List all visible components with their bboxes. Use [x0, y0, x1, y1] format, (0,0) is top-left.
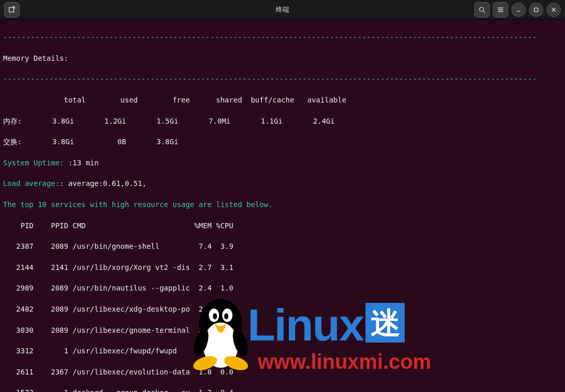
uptime-line: System Uptime: :13 min: [3, 158, 562, 168]
window-title: 终端: [276, 5, 289, 14]
divider: ----------------------------------------…: [3, 32, 562, 42]
uptime-value: :13 min: [68, 159, 98, 167]
process-row: 2482 2089 /usr/libexec/xdg-desktop-po 2.…: [3, 304, 562, 314]
loadavg-line: Load average:: average:0.61,0.51,: [3, 178, 562, 189]
uptime-label: System Uptime:: [3, 159, 68, 167]
memory-row: 内存: 3.8Gi 1.2Gi 1.5Gi 7.0Mi 1.1Gi 2.4Gi: [3, 116, 562, 126]
divider: ----------------------------------------…: [3, 74, 562, 84]
process-row: 2611 2367 /usr/libexec/evolution-data 1.…: [3, 367, 562, 377]
loadavg-value: : average:0.61,0.51,: [60, 179, 147, 188]
top10-header: The top 10 services with high resource u…: [3, 199, 562, 210]
svg-rect-2: [535, 8, 538, 11]
maximize-button[interactable]: [529, 3, 543, 17]
section-header-memory: Memory Details:: [3, 53, 562, 63]
process-row: 2387 2089 /usr/bin/gnome-shell 7.4 3.9: [3, 241, 562, 251]
memory-header: total used free shared buff/cache availa…: [3, 95, 562, 105]
process-row: 3312 1 /usr/libexec/fwupd/fwupd 1.8 1.4: [3, 346, 562, 356]
new-tab-button[interactable]: [4, 2, 20, 18]
process-row: 1573 1 dockerd --group docker --ex 1.7 0…: [3, 387, 562, 392]
window-titlebar: 终端: [0, 0, 565, 20]
menu-button[interactable]: [493, 2, 508, 18]
swap-row: 交换: 3.8Gi 0B 3.8Gi: [3, 137, 562, 147]
close-button[interactable]: [546, 3, 561, 17]
svg-rect-0: [9, 7, 14, 12]
loadavg-label: Load average:: [3, 179, 60, 188]
process-row: 2144 2141 /usr/lib/xorg/Xorg vt2 -dis 2.…: [3, 262, 562, 272]
process-header: PID PPID CMD %MEM %CPU: [3, 220, 562, 231]
svg-point-1: [479, 7, 484, 11]
minimize-button[interactable]: [511, 3, 526, 17]
process-row: 2989 2089 /usr/bin/nautilus --gapplic 2.…: [3, 283, 562, 293]
search-button[interactable]: [474, 2, 490, 18]
process-row: 3030 2089 /usr/libexec/gnome-terminal 2.…: [3, 325, 562, 335]
terminal-output[interactable]: ----------------------------------------…: [0, 20, 565, 392]
